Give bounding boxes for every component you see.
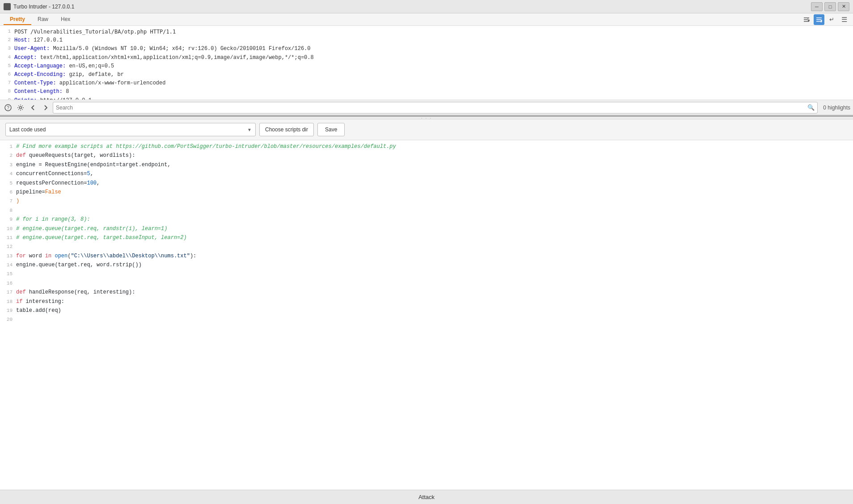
http-line-6: 6 Accept-Encoding: gzip, deflate, br <box>4 71 849 79</box>
tab-raw[interactable]: Raw <box>31 14 55 25</box>
code-line-20: 20 <box>4 315 849 324</box>
svg-point-11 <box>20 106 22 109</box>
code-line-7: 7 ) <box>4 197 849 206</box>
request-section: Pretty Raw Hex <box>0 13 853 117</box>
word-wrap-icon-btn[interactable] <box>814 14 824 25</box>
search-glass-icon: 🔍 <box>807 104 815 111</box>
tabs-left: Pretty Raw Hex <box>4 14 76 25</box>
search-input-container: 🔍 <box>53 102 818 113</box>
chevron-down-icon: ▼ <box>247 127 252 132</box>
maximize-button[interactable]: □ <box>824 2 836 11</box>
word-wrap-icon <box>815 16 823 23</box>
script-section: Last code used ▼ Choose scripts dir Save… <box>0 119 853 490</box>
script-toolbar: Last code used ▼ Choose scripts dir Save <box>0 119 853 140</box>
forward-icon-btn[interactable] <box>40 102 51 113</box>
http-line-1: 1 POST /Vulnerabilities_Tutorial/BA/otp.… <box>4 28 849 36</box>
menu-icon-btn[interactable]: ☰ <box>839 14 849 25</box>
settings-icon <box>17 104 24 111</box>
highlights-badge: 0 highlights <box>819 105 850 111</box>
code-line-3: 3 engine = RequestEngine(endpoint=target… <box>4 160 849 169</box>
back-icon-btn[interactable] <box>28 102 38 113</box>
title-bar-controls: ─ □ ✕ <box>811 2 849 11</box>
http-content: 1 POST /Vulnerabilities_Tutorial/BA/otp.… <box>0 26 853 100</box>
no-wrap-icon <box>803 16 810 23</box>
tabs-right: ↵ ☰ <box>801 14 849 25</box>
minimize-button[interactable]: ─ <box>811 2 823 11</box>
help-icon: ? <box>4 104 12 111</box>
http-line-9: 9 Origin: http://127.0.0.1 <box>4 97 849 100</box>
newline-icon-btn[interactable]: ↵ <box>826 14 837 25</box>
search-input[interactable] <box>56 105 807 111</box>
back-icon <box>30 104 37 111</box>
code-line-17: 17 def handleResponse(req, interesting): <box>4 288 849 297</box>
close-button[interactable]: ✕ <box>838 2 849 11</box>
http-line-4: 4 Accept: text/html,application/xhtml+xm… <box>4 54 849 62</box>
script-dropdown[interactable]: Last code used ▼ <box>5 123 256 136</box>
code-line-14: 14 engine.queue(target.req, word.rstrip(… <box>4 260 849 269</box>
code-line-15: 15 <box>4 269 849 278</box>
tabs-row: Pretty Raw Hex <box>0 13 853 26</box>
code-line-18: 18 if interesting: <box>4 297 849 306</box>
title-bar: Turbo Intruder - 127.0.0.1 ─ □ ✕ <box>0 0 853 13</box>
code-line-5: 5 requestsPerConnection=100, <box>4 179 849 188</box>
code-line-12: 12 <box>4 242 849 251</box>
code-line-4: 4 concurrentConnections=5, <box>4 169 849 178</box>
tab-hex[interactable]: Hex <box>55 14 76 25</box>
window-title: Turbo Intruder - 127.0.0.1 <box>13 4 74 10</box>
attack-button[interactable]: Attack <box>418 494 435 500</box>
code-line-1: 1 # Find more example scripts at https:/… <box>4 142 849 151</box>
search-bar: ? 🔍 0 <box>0 100 853 116</box>
http-line-8: 8 Content-Length: 8 <box>4 88 849 96</box>
code-line-16: 16 <box>4 279 849 288</box>
app-icon <box>4 3 11 10</box>
code-line-19: 19 table.add(req) <box>4 306 849 315</box>
title-bar-left: Turbo Intruder - 127.0.0.1 <box>4 3 74 10</box>
http-line-7: 7 Content-Type: application/x-www-form-u… <box>4 79 849 88</box>
code-line-8: 8 <box>4 206 849 215</box>
save-button[interactable]: Save <box>317 123 345 136</box>
forward-icon <box>42 104 49 111</box>
menu-icon: ☰ <box>841 16 847 24</box>
code-line-9: 9 # for i in range(3, 8): <box>4 215 849 224</box>
code-line-11: 11 # engine.queue(target.req, target.bas… <box>4 233 849 242</box>
svg-text:?: ? <box>7 105 9 110</box>
http-line-3: 3 User-Agent: Mozilla/5.0 (Windows NT 10… <box>4 45 849 53</box>
http-val: 127.0.0.1 <box>34 37 63 43</box>
script-dropdown-value: Last code used <box>9 126 46 133</box>
newline-icon: ↵ <box>829 16 834 23</box>
http-line-2: 2 Host: 127.0.0.1 <box>4 36 849 45</box>
code-line-13: 13 for word in open("C:\\Users\\abdel\\D… <box>4 252 849 260</box>
no-wrap-icon-btn[interactable] <box>801 14 812 25</box>
choose-scripts-dir-button[interactable]: Choose scripts dir <box>259 123 314 136</box>
tab-pretty[interactable]: Pretty <box>4 14 31 25</box>
code-line-6: 6 pipeline=False <box>4 188 849 197</box>
http-line-5: 5 Accept-Language: en-US,en;q=0.5 <box>4 62 849 71</box>
code-line-2: 2 def queueRequests(target, wordlists): <box>4 151 849 160</box>
code-editor[interactable]: 1 # Find more example scripts at https:/… <box>0 140 853 490</box>
http-key: Host: <box>14 37 30 43</box>
help-icon-btn[interactable]: ? <box>3 102 13 113</box>
main-container: Pretty Raw Hex <box>0 13 853 504</box>
attack-bar: Attack <box>0 490 853 504</box>
code-line-10: 10 # engine.queue(target.req, randstr(i)… <box>4 224 849 233</box>
settings-icon-btn[interactable] <box>15 102 26 113</box>
